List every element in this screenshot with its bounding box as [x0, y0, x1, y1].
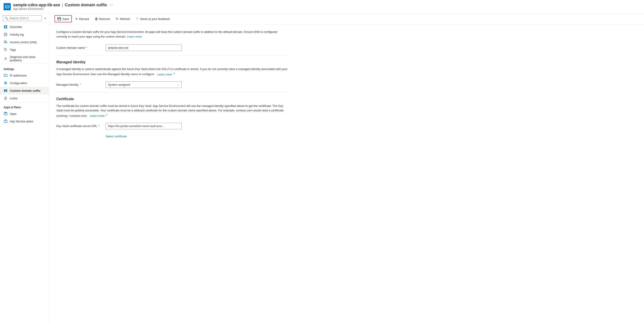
domain-name-input[interactable] [106, 44, 182, 51]
sidebar-item-apps[interactable]: Apps [0, 110, 49, 118]
ip-addresses-label: IP addresses [10, 74, 27, 77]
svg-rect-23 [5, 98, 6, 100]
apps-plans-section-header: Apps & Plans [0, 102, 49, 110]
managed-identity-select[interactable]: System assigned User assigned [106, 82, 182, 88]
page-title: Custom domain suffix [65, 3, 107, 8]
svg-point-13 [5, 49, 6, 50]
svg-text:+: + [6, 42, 7, 43]
overview-icon [4, 25, 8, 29]
locks-icon [4, 96, 8, 100]
main-content: 💾 Save ✕ Discard 🗑 Remove ↻ Refresh ♡ Se… [49, 14, 644, 323]
sidebar: 🔍 « Overview Activity log + Access contr… [0, 14, 49, 323]
iam-icon: + [4, 40, 8, 44]
search-icon: 🔍 [5, 16, 8, 20]
header-separator: | [62, 3, 63, 8]
managed-identity-form-row: Managed identity * System assigned User … [56, 82, 288, 88]
certificate-title: Certificate [56, 97, 288, 101]
svg-rect-5 [6, 27, 7, 28]
header-title-group: sample-cdns-app-ilb-ase | Custom domain … [13, 3, 113, 10]
svg-text:www: www [5, 6, 9, 8]
diagnose-icon [4, 56, 8, 60]
app-service-plans-icon [4, 119, 8, 123]
tags-icon [4, 48, 8, 52]
config-icon [4, 81, 8, 85]
domain-name-label: Custom domain name * [56, 46, 106, 50]
sidebar-item-overview[interactable]: Overview [0, 23, 49, 31]
certificate-desc: The certificate for custom domain suffix… [56, 104, 288, 118]
managed-identity-section: Managed identity A managed identity is u… [56, 60, 288, 88]
diagnose-label: Diagnose and solve problems [10, 55, 46, 62]
configuration-label: Configuration [10, 82, 27, 85]
sidebar-item-configuration[interactable]: Configuration [0, 79, 49, 87]
svg-rect-4 [4, 27, 5, 28]
overview-label: Overview [10, 25, 22, 29]
svg-rect-26 [4, 120, 7, 122]
page-body: Configure a custom domain suffix for you… [49, 24, 295, 144]
select-cert-wrapper: Select certificate [106, 134, 288, 138]
remove-button[interactable]: 🗑 Remove [92, 16, 112, 22]
sidebar-item-tags[interactable]: Tags [0, 46, 49, 54]
svg-rect-3 [6, 25, 7, 26]
description-text: Configure a custom domain suffix for you… [56, 30, 288, 39]
save-button[interactable]: 💾 Save [54, 15, 72, 22]
key-vault-url-input[interactable] [106, 123, 182, 129]
certificate-learn-more-link[interactable]: Learn more ↗ [89, 114, 108, 118]
certificate-section: Certificate The certificate for custom d… [56, 97, 288, 138]
refresh-icon: ↻ [116, 17, 118, 20]
custom-domain-label: Custom domain suffix [10, 89, 40, 92]
managed-identity-title: Managed identity [56, 60, 288, 64]
sidebar-item-locks[interactable]: Locks [0, 94, 49, 102]
select-certificate-link[interactable]: Select certificate [106, 135, 127, 138]
managed-identity-learn-more-link[interactable]: Learn more ↗ [156, 73, 175, 76]
refresh-button[interactable]: ↻ Refresh [113, 16, 132, 22]
ellipsis-menu[interactable]: ··· [110, 3, 113, 8]
sidebar-item-diagnose[interactable]: Diagnose and solve problems [0, 54, 49, 64]
apps-icon [4, 112, 8, 116]
app-service-plans-label: App Service plans [10, 120, 33, 123]
key-vault-url-required: * [98, 124, 100, 128]
feedback-button[interactable]: ♡ Send us your feedback [134, 16, 172, 22]
key-vault-url-form-row: Key Vault certificate secret URL * [56, 123, 288, 129]
locks-label: Locks [10, 97, 18, 100]
description-learn-more-link[interactable]: Learn more [127, 35, 142, 38]
svg-rect-25 [5, 112, 6, 113]
sidebar-item-custom-domain[interactable]: W Custom domain suffix [0, 87, 49, 94]
feedback-icon: ♡ [136, 17, 139, 20]
resource-icon: www [4, 3, 11, 10]
svg-text:W: W [5, 90, 6, 92]
apps-label: Apps [10, 112, 16, 116]
save-icon: 💾 [57, 17, 61, 20]
key-vault-url-label: Key Vault certificate secret URL * [56, 124, 106, 128]
svg-point-10 [4, 41, 6, 42]
activity-log-label: Activity log [10, 33, 24, 36]
resource-name: sample-cdns-app-ilb-ase [13, 3, 60, 8]
iam-label: Access control (IAM) [10, 40, 37, 44]
sidebar-item-activity-log[interactable]: Activity log [0, 31, 49, 38]
resource-subtitle: App Service Environment [13, 8, 113, 10]
page-header: www sample-cdns-app-ilb-ase | Custom dom… [0, 0, 644, 14]
managed-identity-select-wrapper: System assigned User assigned ⌄ [106, 82, 182, 88]
managed-identity-label: Managed identity * [56, 83, 106, 86]
svg-rect-15 [4, 74, 7, 76]
sidebar-item-iam[interactable]: + Access control (IAM) [0, 38, 49, 46]
discard-button[interactable]: ✕ Discard [73, 16, 92, 22]
domain-name-form-row: Custom domain name * [56, 44, 288, 51]
managed-identity-desc: A managed identity is used to authentica… [56, 67, 288, 77]
collapse-sidebar-button[interactable]: « [44, 15, 47, 21]
toolbar: 💾 Save ✕ Discard 🗑 Remove ↻ Refresh ♡ Se… [49, 14, 644, 24]
custom-domain-icon: W [4, 88, 8, 92]
sidebar-item-app-service-plans[interactable]: App Service plans [0, 118, 49, 125]
discard-icon: ✕ [75, 17, 78, 20]
domain-name-required: * [86, 46, 87, 50]
search-wrapper: 🔍 [3, 16, 42, 21]
settings-section-header: Settings [0, 64, 49, 72]
tags-label: Tags [10, 48, 16, 52]
svg-rect-2 [4, 25, 5, 26]
search-input[interactable] [10, 16, 40, 20]
divider-1 [56, 56, 288, 56]
main-layout: 🔍 « Overview Activity log + Access contr… [0, 14, 644, 323]
ip-icon [4, 73, 8, 78]
managed-identity-required: * [80, 83, 81, 86]
sidebar-item-ip-addresses[interactable]: IP addresses [0, 72, 49, 79]
activity-log-icon [4, 32, 8, 36]
